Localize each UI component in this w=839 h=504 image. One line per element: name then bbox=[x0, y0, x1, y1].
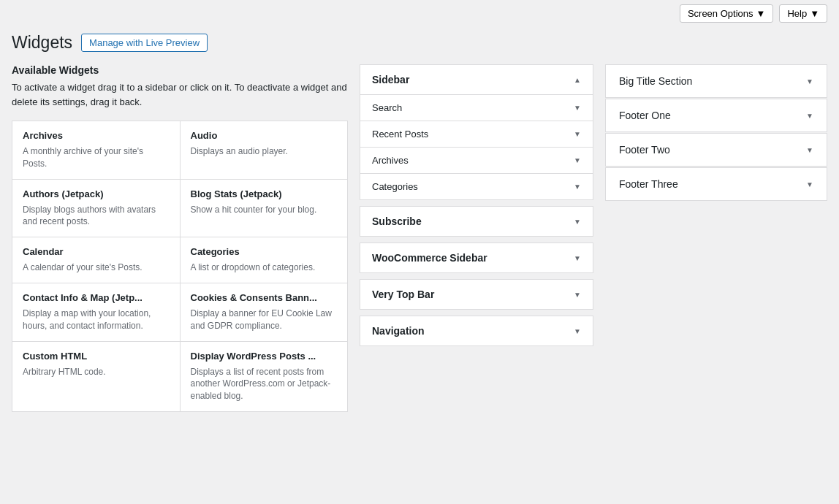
widget-item-name: Archives bbox=[23, 130, 170, 141]
sidebar-chevron-up: ▲ bbox=[574, 76, 581, 84]
available-widgets-title: Available Widgets bbox=[12, 64, 348, 76]
widget-item-name: Categories bbox=[191, 246, 338, 257]
sidebar-other-section-chevron: ▼ bbox=[574, 254, 581, 262]
screen-options-label: Screen Options bbox=[688, 8, 753, 19]
sidebar-widget-name: Recent Posts bbox=[372, 129, 428, 140]
page-title: Widgets bbox=[12, 33, 72, 53]
widget-item[interactable]: Blog Stats (Jetpack) Show a hit counter … bbox=[181, 180, 348, 237]
widget-item[interactable]: Contact Info & Map (Jetp... Display a ma… bbox=[12, 283, 180, 341]
right-panel: Big Title Section ▼ Footer One ▼ Footer … bbox=[605, 64, 827, 202]
widget-item[interactable]: Audio Displays an audio player. bbox=[181, 121, 348, 179]
sidebar-widget-chevron: ▼ bbox=[574, 156, 581, 164]
widget-item-name: Display WordPress Posts ... bbox=[191, 351, 338, 362]
sidebar-title: Sidebar bbox=[372, 74, 409, 85]
widget-item-name: Cookies & Consents Bann... bbox=[191, 292, 338, 303]
sidebar-widget-chevron: ▼ bbox=[574, 183, 581, 191]
widget-item[interactable]: Cookies & Consents Bann... Display a ban… bbox=[181, 283, 348, 341]
sidebar-other-section: Subscribe ▼ bbox=[360, 206, 593, 237]
sidebar-section-body: Search ▼ Recent Posts ▼ Archives ▼ Categ… bbox=[360, 94, 593, 199]
right-section: Footer Three ▼ bbox=[605, 167, 827, 201]
widget-item-desc: Displays an audio player. bbox=[191, 145, 338, 158]
right-section-title: Big Title Section bbox=[619, 75, 692, 87]
widget-item-name: Authors (Jetpack) bbox=[23, 188, 170, 199]
widget-item-desc: Displays a list of recent posts from ano… bbox=[191, 366, 338, 402]
widget-item-desc: Show a hit counter for your blog. bbox=[191, 204, 338, 216]
available-widgets-description: To activate a widget drag it to a sideba… bbox=[12, 80, 348, 109]
sidebar-section-header[interactable]: Sidebar ▲ bbox=[360, 65, 593, 94]
right-section-header[interactable]: Big Title Section ▼ bbox=[606, 65, 827, 97]
widget-item[interactable]: Authors (Jetpack) Display blogs authors … bbox=[12, 180, 180, 237]
sidebar-other-section-header[interactable]: Navigation ▼ bbox=[360, 316, 593, 345]
widget-grid: Archives A monthly archive of your site'… bbox=[12, 121, 348, 412]
right-section-chevron: ▼ bbox=[806, 77, 813, 85]
sidebar-widget-name: Search bbox=[372, 102, 402, 113]
widget-item-name: Calendar bbox=[23, 246, 170, 257]
top-bar: Screen Options ▼ Help ▼ bbox=[0, 0, 839, 27]
right-section-title: Footer Two bbox=[619, 144, 670, 156]
sidebar-other-section-header[interactable]: WooCommerce Sidebar ▼ bbox=[360, 243, 593, 272]
sidebar-widget-item[interactable]: Search ▼ bbox=[360, 95, 593, 121]
main-layout: Available Widgets To activate a widget d… bbox=[0, 64, 839, 412]
right-section: Footer Two ▼ bbox=[605, 133, 827, 167]
right-section-chevron: ▼ bbox=[806, 180, 813, 188]
screen-options-button[interactable]: Screen Options ▼ bbox=[680, 4, 773, 23]
help-label: Help bbox=[787, 8, 807, 19]
widget-item[interactable]: Custom HTML Arbitrary HTML code. bbox=[12, 342, 180, 411]
widget-item-desc: Display a banner for EU Cookie Law and G… bbox=[191, 308, 338, 332]
sidebar-panel: Sidebar ▲ Search ▼ Recent Posts ▼ Archiv… bbox=[360, 64, 593, 352]
available-widgets-panel: Available Widgets To activate a widget d… bbox=[12, 64, 348, 412]
sidebar-widget-item[interactable]: Recent Posts ▼ bbox=[360, 121, 593, 148]
sidebar-other-section-title: Subscribe bbox=[372, 215, 422, 227]
right-section-header[interactable]: Footer Three ▼ bbox=[606, 168, 827, 200]
widget-item-name: Audio bbox=[191, 130, 338, 141]
right-section-chevron: ▼ bbox=[806, 146, 813, 154]
right-section-header[interactable]: Footer One ▼ bbox=[606, 99, 827, 131]
sidebar-widget-chevron: ▼ bbox=[574, 130, 581, 138]
sidebar-widget-chevron: ▼ bbox=[574, 104, 581, 112]
live-preview-button[interactable]: Manage with Live Preview bbox=[81, 34, 208, 52]
right-section-title: Footer Three bbox=[619, 178, 678, 190]
widget-item-name: Blog Stats (Jetpack) bbox=[191, 188, 338, 199]
sidebar-other-section-chevron: ▼ bbox=[574, 218, 581, 226]
sidebar-widget-name: Archives bbox=[372, 155, 409, 166]
widget-item-name: Contact Info & Map (Jetp... bbox=[23, 292, 170, 303]
help-button[interactable]: Help ▼ bbox=[779, 4, 827, 23]
widget-item-desc: Display blogs authors with avatars and r… bbox=[23, 204, 170, 229]
widget-item-desc: A list or dropdown of categories. bbox=[191, 261, 338, 274]
sidebar-section: Sidebar ▲ Search ▼ Recent Posts ▼ Archiv… bbox=[360, 64, 593, 200]
sidebar-other-section: Very Top Bar ▼ bbox=[360, 279, 593, 310]
sidebar-other-section-title: Very Top Bar bbox=[372, 289, 434, 300]
sidebar-other-section-chevron: ▼ bbox=[574, 327, 581, 335]
widget-item[interactable]: Calendar A calendar of your site's Posts… bbox=[12, 237, 180, 283]
sidebar-other-section: Navigation ▼ bbox=[360, 316, 593, 346]
widget-item-name: Custom HTML bbox=[23, 351, 170, 362]
sidebar-other-section-title: WooCommerce Sidebar bbox=[372, 252, 487, 264]
help-chevron: ▼ bbox=[810, 8, 819, 19]
page-header: Widgets Manage with Live Preview bbox=[0, 27, 839, 64]
right-section-chevron: ▼ bbox=[806, 112, 813, 120]
sidebar-other-section-title: Navigation bbox=[372, 325, 425, 337]
sidebar-other-section-header[interactable]: Very Top Bar ▼ bbox=[360, 280, 593, 309]
sidebar-other-section-header[interactable]: Subscribe ▼ bbox=[360, 207, 593, 236]
sidebar-widget-item[interactable]: Archives ▼ bbox=[360, 148, 593, 174]
sidebar-widget-name: Categories bbox=[372, 181, 418, 192]
sidebar-other-section: WooCommerce Sidebar ▼ bbox=[360, 243, 593, 273]
widget-item-desc: Display a map with your location, hours,… bbox=[23, 308, 170, 332]
screen-options-chevron: ▼ bbox=[756, 8, 766, 19]
widget-item-desc: A monthly archive of your site's Posts. bbox=[23, 145, 170, 170]
widget-item[interactable]: Display WordPress Posts ... Displays a l… bbox=[181, 342, 348, 411]
right-section: Big Title Section ▼ bbox=[605, 64, 827, 98]
widget-item[interactable]: Archives A monthly archive of your site'… bbox=[12, 121, 180, 179]
right-section-header[interactable]: Footer Two ▼ bbox=[606, 134, 827, 166]
widget-item-desc: Arbitrary HTML code. bbox=[23, 366, 170, 378]
widget-item-desc: A calendar of your site's Posts. bbox=[23, 261, 170, 274]
sidebar-widget-item[interactable]: Categories ▼ bbox=[360, 174, 593, 199]
right-section-title: Footer One bbox=[619, 110, 671, 121]
right-section: Footer One ▼ bbox=[605, 99, 827, 132]
sidebar-other-section-chevron: ▼ bbox=[574, 291, 581, 299]
widget-item[interactable]: Categories A list or dropdown of categor… bbox=[181, 237, 348, 283]
